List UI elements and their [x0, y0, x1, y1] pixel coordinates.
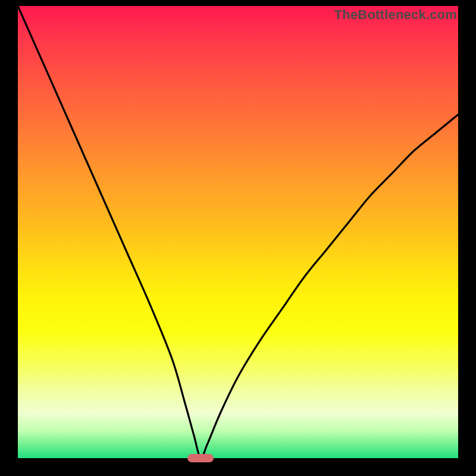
plot-area	[18, 6, 458, 458]
watermark-text: TheBottleneck.com	[334, 7, 457, 23]
bottleneck-curve	[18, 6, 458, 458]
curve-path	[18, 6, 458, 458]
chart-frame: TheBottleneck.com	[0, 0, 476, 476]
optimal-marker	[187, 454, 214, 462]
